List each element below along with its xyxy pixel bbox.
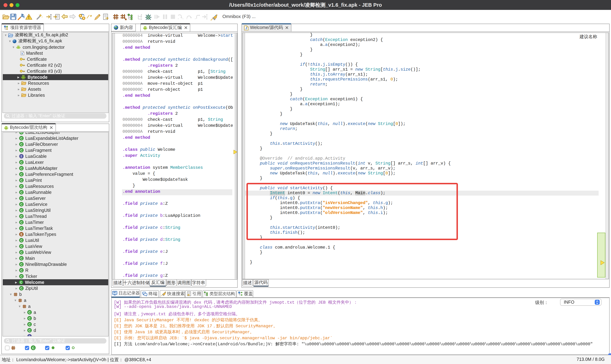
svg-text:C: C [20, 245, 22, 248]
svg-text:C: C [20, 263, 22, 266]
svg-text:C: C [20, 251, 22, 254]
svg-text:C: C [20, 167, 22, 170]
svg-text:C: C [20, 143, 22, 146]
svg-text:C: C [28, 329, 31, 332]
svg-text:C: C [20, 185, 22, 188]
svg-text:C: C [28, 311, 31, 314]
svg-text:C: C [20, 281, 22, 284]
svg-text:I: I [29, 335, 30, 337]
svg-text:E: E [20, 233, 22, 236]
svg-text:X: X [21, 52, 24, 55]
svg-text:C: C [28, 323, 31, 326]
svg-text:C: C [28, 317, 31, 320]
svg-text:C: C [20, 239, 22, 242]
svg-text:C: C [20, 161, 22, 164]
svg-text:C: C [20, 227, 22, 230]
svg-text:C: C [20, 257, 22, 260]
svg-text:C: C [20, 269, 22, 272]
svg-text:/*: /* [87, 14, 92, 20]
svg-text:C: C [20, 203, 22, 206]
svg-text:C: C [20, 149, 22, 152]
svg-text:C: C [20, 221, 22, 224]
svg-text:C: C [20, 179, 22, 182]
svg-text:C: C [20, 173, 22, 176]
svg-text:C: C [20, 275, 22, 278]
svg-text:C: C [20, 137, 22, 140]
svg-text:C: C [20, 209, 22, 212]
svg-text:C: C [32, 346, 34, 350]
svg-text:C: C [20, 287, 22, 290]
svg-text:C: C [20, 132, 22, 134]
svg-text:C: C [20, 197, 22, 200]
svg-text:J: J [245, 26, 247, 30]
svg-text:C: C [20, 191, 22, 194]
svg-text:I: I [21, 155, 22, 158]
svg-text:C: C [20, 215, 22, 218]
